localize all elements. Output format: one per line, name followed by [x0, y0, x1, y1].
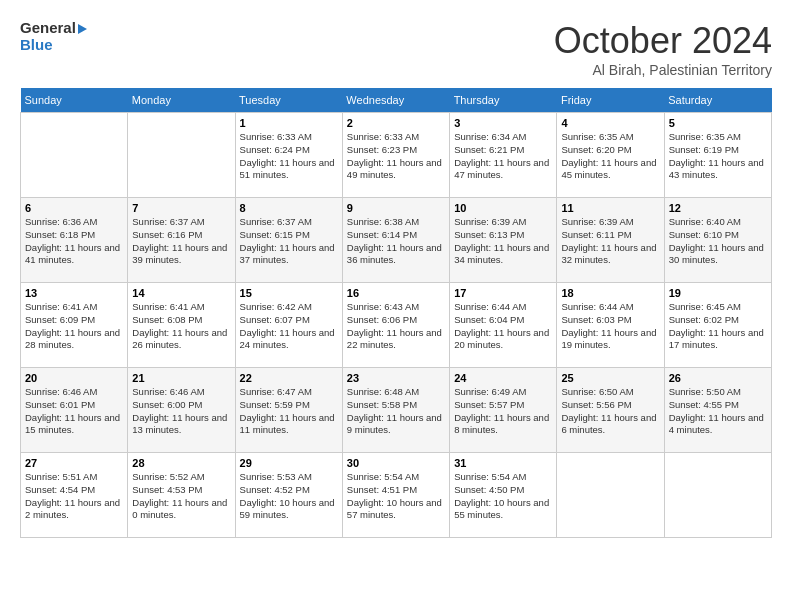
day-details: Sunrise: 6:46 AM Sunset: 6:01 PM Dayligh… [25, 386, 123, 437]
calendar-cell: 2Sunrise: 6:33 AM Sunset: 6:23 PM Daylig… [342, 113, 449, 198]
day-number: 30 [347, 457, 445, 469]
calendar-table: SundayMondayTuesdayWednesdayThursdayFrid… [20, 88, 772, 538]
logo: General Blue [20, 20, 87, 53]
calendar-cell: 10Sunrise: 6:39 AM Sunset: 6:13 PM Dayli… [450, 198, 557, 283]
day-number: 2 [347, 117, 445, 129]
calendar-cell: 4Sunrise: 6:35 AM Sunset: 6:20 PM Daylig… [557, 113, 664, 198]
day-number: 12 [669, 202, 767, 214]
calendar-cell: 11Sunrise: 6:39 AM Sunset: 6:11 PM Dayli… [557, 198, 664, 283]
day-number: 20 [25, 372, 123, 384]
calendar-cell: 13Sunrise: 6:41 AM Sunset: 6:09 PM Dayli… [21, 283, 128, 368]
day-number: 11 [561, 202, 659, 214]
day-details: Sunrise: 6:49 AM Sunset: 5:57 PM Dayligh… [454, 386, 552, 437]
day-number: 15 [240, 287, 338, 299]
calendar-week-1: 1Sunrise: 6:33 AM Sunset: 6:24 PM Daylig… [21, 113, 772, 198]
calendar-cell [21, 113, 128, 198]
day-details: Sunrise: 6:41 AM Sunset: 6:08 PM Dayligh… [132, 301, 230, 352]
day-details: Sunrise: 6:35 AM Sunset: 6:19 PM Dayligh… [669, 131, 767, 182]
day-number: 1 [240, 117, 338, 129]
calendar-cell: 15Sunrise: 6:42 AM Sunset: 6:07 PM Dayli… [235, 283, 342, 368]
day-details: Sunrise: 6:36 AM Sunset: 6:18 PM Dayligh… [25, 216, 123, 267]
calendar-cell: 24Sunrise: 6:49 AM Sunset: 5:57 PM Dayli… [450, 368, 557, 453]
day-details: Sunrise: 6:33 AM Sunset: 6:23 PM Dayligh… [347, 131, 445, 182]
calendar-cell: 22Sunrise: 6:47 AM Sunset: 5:59 PM Dayli… [235, 368, 342, 453]
col-header-wednesday: Wednesday [342, 88, 449, 113]
calendar-cell: 1Sunrise: 6:33 AM Sunset: 6:24 PM Daylig… [235, 113, 342, 198]
day-details: Sunrise: 6:47 AM Sunset: 5:59 PM Dayligh… [240, 386, 338, 437]
day-details: Sunrise: 6:39 AM Sunset: 6:13 PM Dayligh… [454, 216, 552, 267]
calendar-cell: 19Sunrise: 6:45 AM Sunset: 6:02 PM Dayli… [664, 283, 771, 368]
location: Al Birah, Palestinian Territory [554, 62, 772, 78]
calendar-cell: 14Sunrise: 6:41 AM Sunset: 6:08 PM Dayli… [128, 283, 235, 368]
day-details: Sunrise: 6:34 AM Sunset: 6:21 PM Dayligh… [454, 131, 552, 182]
day-number: 14 [132, 287, 230, 299]
calendar-header-row: SundayMondayTuesdayWednesdayThursdayFrid… [21, 88, 772, 113]
day-number: 18 [561, 287, 659, 299]
col-header-sunday: Sunday [21, 88, 128, 113]
day-number: 3 [454, 117, 552, 129]
day-number: 9 [347, 202, 445, 214]
month-title: October 2024 [554, 20, 772, 62]
day-number: 17 [454, 287, 552, 299]
logo-general: General [20, 20, 76, 37]
day-details: Sunrise: 6:35 AM Sunset: 6:20 PM Dayligh… [561, 131, 659, 182]
day-details: Sunrise: 6:44 AM Sunset: 6:03 PM Dayligh… [561, 301, 659, 352]
day-details: Sunrise: 6:37 AM Sunset: 6:15 PM Dayligh… [240, 216, 338, 267]
calendar-cell: 28Sunrise: 5:52 AM Sunset: 4:53 PM Dayli… [128, 453, 235, 538]
calendar-cell: 25Sunrise: 6:50 AM Sunset: 5:56 PM Dayli… [557, 368, 664, 453]
title-area: October 2024 Al Birah, Palestinian Terri… [554, 20, 772, 78]
day-details: Sunrise: 5:54 AM Sunset: 4:51 PM Dayligh… [347, 471, 445, 522]
col-header-thursday: Thursday [450, 88, 557, 113]
day-number: 10 [454, 202, 552, 214]
logo-blue: Blue [20, 37, 87, 54]
day-details: Sunrise: 6:50 AM Sunset: 5:56 PM Dayligh… [561, 386, 659, 437]
col-header-friday: Friday [557, 88, 664, 113]
calendar-cell: 7Sunrise: 6:37 AM Sunset: 6:16 PM Daylig… [128, 198, 235, 283]
day-number: 19 [669, 287, 767, 299]
calendar-cell: 18Sunrise: 6:44 AM Sunset: 6:03 PM Dayli… [557, 283, 664, 368]
day-number: 29 [240, 457, 338, 469]
day-number: 4 [561, 117, 659, 129]
calendar-cell: 12Sunrise: 6:40 AM Sunset: 6:10 PM Dayli… [664, 198, 771, 283]
calendar-cell: 3Sunrise: 6:34 AM Sunset: 6:21 PM Daylig… [450, 113, 557, 198]
day-number: 31 [454, 457, 552, 469]
col-header-monday: Monday [128, 88, 235, 113]
day-details: Sunrise: 6:41 AM Sunset: 6:09 PM Dayligh… [25, 301, 123, 352]
calendar-cell: 6Sunrise: 6:36 AM Sunset: 6:18 PM Daylig… [21, 198, 128, 283]
calendar-cell: 30Sunrise: 5:54 AM Sunset: 4:51 PM Dayli… [342, 453, 449, 538]
day-details: Sunrise: 6:45 AM Sunset: 6:02 PM Dayligh… [669, 301, 767, 352]
day-number: 16 [347, 287, 445, 299]
calendar-cell: 31Sunrise: 5:54 AM Sunset: 4:50 PM Dayli… [450, 453, 557, 538]
calendar-cell: 27Sunrise: 5:51 AM Sunset: 4:54 PM Dayli… [21, 453, 128, 538]
day-number: 22 [240, 372, 338, 384]
calendar-cell: 8Sunrise: 6:37 AM Sunset: 6:15 PM Daylig… [235, 198, 342, 283]
calendar-cell: 23Sunrise: 6:48 AM Sunset: 5:58 PM Dayli… [342, 368, 449, 453]
day-number: 7 [132, 202, 230, 214]
calendar-week-5: 27Sunrise: 5:51 AM Sunset: 4:54 PM Dayli… [21, 453, 772, 538]
day-number: 6 [25, 202, 123, 214]
calendar-week-3: 13Sunrise: 6:41 AM Sunset: 6:09 PM Dayli… [21, 283, 772, 368]
day-details: Sunrise: 6:42 AM Sunset: 6:07 PM Dayligh… [240, 301, 338, 352]
day-details: Sunrise: 6:37 AM Sunset: 6:16 PM Dayligh… [132, 216, 230, 267]
calendar-week-2: 6Sunrise: 6:36 AM Sunset: 6:18 PM Daylig… [21, 198, 772, 283]
day-details: Sunrise: 5:51 AM Sunset: 4:54 PM Dayligh… [25, 471, 123, 522]
day-number: 5 [669, 117, 767, 129]
calendar-cell: 21Sunrise: 6:46 AM Sunset: 6:00 PM Dayli… [128, 368, 235, 453]
day-details: Sunrise: 6:46 AM Sunset: 6:00 PM Dayligh… [132, 386, 230, 437]
day-details: Sunrise: 6:43 AM Sunset: 6:06 PM Dayligh… [347, 301, 445, 352]
day-number: 27 [25, 457, 123, 469]
day-number: 13 [25, 287, 123, 299]
calendar-week-4: 20Sunrise: 6:46 AM Sunset: 6:01 PM Dayli… [21, 368, 772, 453]
calendar-cell: 5Sunrise: 6:35 AM Sunset: 6:19 PM Daylig… [664, 113, 771, 198]
calendar-cell: 26Sunrise: 5:50 AM Sunset: 4:55 PM Dayli… [664, 368, 771, 453]
day-details: Sunrise: 6:39 AM Sunset: 6:11 PM Dayligh… [561, 216, 659, 267]
day-number: 26 [669, 372, 767, 384]
calendar-cell: 20Sunrise: 6:46 AM Sunset: 6:01 PM Dayli… [21, 368, 128, 453]
day-details: Sunrise: 5:54 AM Sunset: 4:50 PM Dayligh… [454, 471, 552, 522]
day-details: Sunrise: 6:33 AM Sunset: 6:24 PM Dayligh… [240, 131, 338, 182]
day-details: Sunrise: 5:50 AM Sunset: 4:55 PM Dayligh… [669, 386, 767, 437]
day-number: 28 [132, 457, 230, 469]
page-header: General Blue October 2024 Al Birah, Pale… [20, 20, 772, 78]
day-details: Sunrise: 6:48 AM Sunset: 5:58 PM Dayligh… [347, 386, 445, 437]
day-number: 21 [132, 372, 230, 384]
